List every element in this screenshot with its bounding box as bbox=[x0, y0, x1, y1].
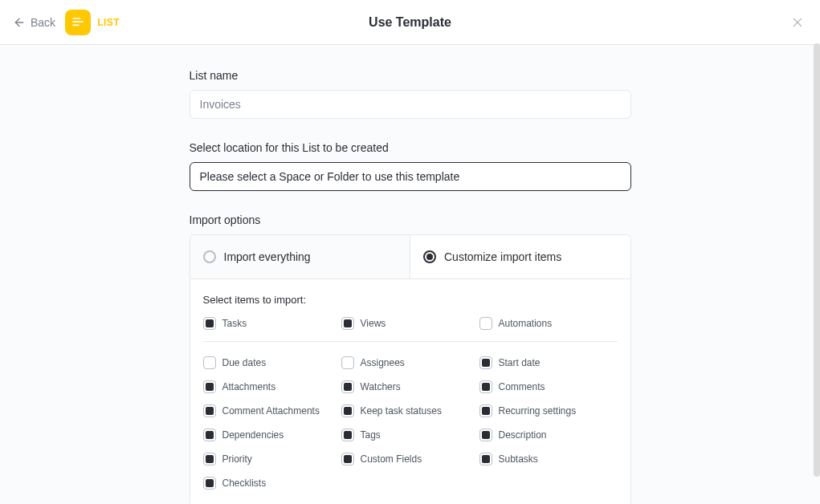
checkbox-label: Assignees bbox=[361, 357, 405, 368]
checkbox-icon bbox=[203, 477, 216, 490]
checkbox-label: Automations bbox=[499, 318, 553, 329]
back-button[interactable]: Back bbox=[13, 16, 55, 29]
checkbox-icon bbox=[479, 404, 492, 417]
checkbox-keep-task-statuses[interactable]: Keep task statuses bbox=[341, 404, 479, 417]
radio-label: Import everything bbox=[224, 250, 311, 263]
location-label: Select location for this List to be crea… bbox=[190, 141, 631, 154]
checkbox-label: Tasks bbox=[222, 318, 247, 329]
checkbox-label: Description bbox=[499, 429, 547, 441]
list-name-input[interactable] bbox=[190, 90, 631, 119]
close-button[interactable] bbox=[788, 13, 807, 32]
checkbox-label: Watchers bbox=[361, 381, 401, 392]
checkbox-subtasks[interactable]: Subtasks bbox=[479, 453, 618, 465]
divider bbox=[203, 341, 618, 342]
top-bar: Back LIST Use Template bbox=[0, 0, 820, 45]
checkbox-icon bbox=[203, 453, 216, 465]
checkbox-assignees[interactable]: Assignees bbox=[341, 356, 479, 369]
checkbox-attachments[interactable]: Attachments bbox=[203, 380, 341, 393]
checkbox-label: Keep task statuses bbox=[361, 405, 442, 417]
location-select[interactable]: Please select a Space or Folder to use t… bbox=[190, 162, 631, 191]
list-name-label: List name bbox=[190, 69, 631, 82]
checkbox-icon bbox=[341, 380, 354, 393]
import-items-panel: Select items to import: TasksViewsAutoma… bbox=[190, 279, 631, 504]
checkbox-icon bbox=[341, 429, 354, 441]
arrow-left-icon bbox=[13, 16, 26, 29]
checkbox-label: Due dates bbox=[222, 357, 267, 368]
checkbox-label: Start date bbox=[499, 357, 541, 368]
checkbox-description[interactable]: Description bbox=[479, 429, 618, 441]
checkbox-label: Comment Attachments bbox=[222, 405, 320, 417]
checkbox-icon bbox=[341, 404, 354, 417]
radio-icon bbox=[423, 250, 436, 263]
checkbox-label: Checklists bbox=[222, 478, 267, 489]
checkbox-icon bbox=[479, 380, 492, 393]
checkbox-label: Recurring settings bbox=[499, 405, 577, 417]
radio-label: Customize import items bbox=[444, 250, 561, 263]
checkbox-tasks[interactable]: Tasks bbox=[203, 317, 341, 330]
checkbox-priority[interactable]: Priority bbox=[203, 453, 341, 465]
page-title: Use Template bbox=[369, 15, 451, 30]
body-area: List name Select location for this List … bbox=[0, 45, 820, 504]
close-icon bbox=[790, 15, 805, 30]
checkbox-icon bbox=[203, 404, 216, 417]
checkbox-custom-fields[interactable]: Custom Fields bbox=[341, 453, 479, 465]
checkbox-icon bbox=[341, 453, 354, 465]
checkbox-icon bbox=[341, 317, 354, 330]
checkbox-automations[interactable]: Automations bbox=[479, 317, 618, 330]
checkbox-comment-attachments[interactable]: Comment Attachments bbox=[203, 404, 341, 417]
checkbox-label: Attachments bbox=[222, 381, 276, 392]
checkbox-label: Custom Fields bbox=[361, 453, 422, 465]
checkbox-label: Views bbox=[361, 318, 386, 329]
back-label: Back bbox=[31, 16, 55, 29]
checkbox-icon bbox=[479, 429, 492, 441]
checkbox-icon bbox=[203, 429, 216, 441]
type-label: LIST bbox=[97, 17, 120, 28]
checkbox-checklists[interactable]: Checklists bbox=[203, 477, 341, 490]
checkbox-watchers[interactable]: Watchers bbox=[341, 380, 479, 393]
radio-import-everything[interactable]: Import everything bbox=[190, 235, 411, 278]
checkbox-icon bbox=[479, 356, 492, 369]
select-items-label: Select items to import: bbox=[203, 294, 618, 306]
list-icon bbox=[65, 10, 91, 35]
checkbox-label: Comments bbox=[499, 381, 545, 392]
checkbox-icon bbox=[203, 380, 216, 393]
checkbox-recurring-settings[interactable]: Recurring settings bbox=[479, 404, 618, 417]
checkbox-due-dates[interactable]: Due dates bbox=[203, 356, 341, 369]
checkbox-label: Tags bbox=[361, 429, 381, 441]
type-badge: LIST bbox=[65, 10, 120, 35]
checkbox-icon bbox=[479, 317, 492, 330]
import-mode-radio-group: Import everything Customize import items bbox=[190, 234, 631, 279]
checkbox-comments[interactable]: Comments bbox=[479, 380, 618, 393]
checkbox-icon bbox=[341, 356, 354, 369]
location-placeholder: Please select a Space or Folder to use t… bbox=[200, 170, 460, 183]
checkbox-dependencies[interactable]: Dependencies bbox=[203, 429, 341, 441]
checkbox-label: Subtasks bbox=[499, 453, 538, 465]
radio-customize-import[interactable]: Customize import items bbox=[410, 235, 630, 278]
checkbox-views[interactable]: Views bbox=[341, 317, 479, 330]
import-options-label: Import options bbox=[190, 213, 631, 226]
checkbox-icon bbox=[203, 356, 216, 369]
checkbox-label: Dependencies bbox=[222, 429, 284, 441]
checkbox-start-date[interactable]: Start date bbox=[479, 356, 618, 369]
checkbox-label: Priority bbox=[222, 453, 252, 465]
checkbox-icon bbox=[479, 453, 492, 465]
checkbox-icon bbox=[203, 317, 216, 330]
scrollbar[interactable] bbox=[814, 43, 820, 477]
radio-icon bbox=[203, 250, 216, 263]
checkbox-tags[interactable]: Tags bbox=[341, 429, 479, 441]
